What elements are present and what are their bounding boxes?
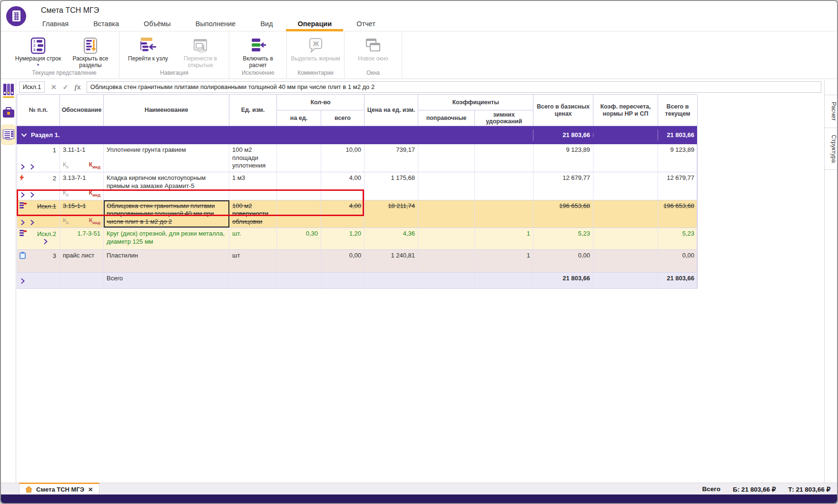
qty-unit-cell [277, 200, 321, 228]
menu-tab-glavnaya[interactable]: Главная [36, 17, 75, 31]
ribbon-group-caption: Исключение [233, 69, 283, 79]
bottom-status-bar [1, 494, 837, 503]
expand-chevron-icon[interactable] [21, 164, 25, 169]
col-header-qty-unit: на ед. [277, 110, 321, 126]
expand-chevron-icon[interactable] [30, 192, 34, 198]
kind-coefficient[interactable]: Кинд [89, 189, 100, 198]
table-row[interactable]: 3 прайс лист Пластилин шт 0,00 1 240,81 … [17, 250, 697, 273]
section-row[interactable]: Раздел 1. 21 803,66 21 803,66 [17, 126, 697, 144]
excluded-icon [20, 202, 27, 211]
menu-tab-obyomy[interactable]: Объёмы [137, 17, 177, 31]
expand-chevron-icon[interactable] [30, 164, 34, 169]
unit-cell: шт [229, 250, 277, 272]
coef-winter-cell [475, 172, 533, 200]
estimate-document-icon[interactable] [2, 125, 15, 144]
close-icon[interactable]: ✕ [88, 486, 93, 493]
excluded-row[interactable]: Искл.2 1.7-3-51 Круг (диск) отрезной, дл… [17, 228, 697, 250]
section-total-base: 21 803,66 [533, 129, 593, 141]
normative-base-icon[interactable] [2, 81, 15, 100]
include-in-calc-button[interactable]: Включить в расчет [233, 34, 283, 69]
col-header-unit: Ед. изм. [229, 95, 277, 126]
kind-coefficient[interactable]: Кинд [89, 217, 100, 226]
coef-corr-cell [418, 144, 475, 172]
qty-total-cell: 10,00 [321, 144, 365, 172]
kp-coefficient[interactable]: Кп [63, 217, 69, 226]
price-list-icon[interactable] [2, 103, 15, 122]
totals-row[interactable]: Всего 21 803,66 21 803,66 [17, 273, 697, 289]
row-number: Искл.1 [37, 203, 56, 211]
tab-struktura[interactable]: Структура [825, 128, 837, 170]
menu-tab-bar: Главная Вставка Объёмы Выполнение Вид Оп… [41, 17, 394, 31]
coef-corr-cell [418, 172, 475, 200]
expand-chevron-icon[interactable] [21, 278, 25, 284]
price-cell: 739,17 [365, 144, 418, 172]
goto-node-button[interactable]: Перейти к узлу [123, 34, 173, 69]
kp-coefficient[interactable]: Кп [63, 189, 69, 198]
expand-chevron-icon[interactable] [44, 239, 48, 244]
confirm-icon[interactable]: ✓ [63, 83, 69, 91]
move-to-open-button[interactable]: Перенести в открытые [176, 34, 225, 69]
chevron-down-icon [21, 133, 27, 137]
expand-chevron-icon[interactable] [21, 192, 25, 198]
app-window: Смета ТСН МГЭ Главная Вставка Объёмы Вып… [0, 0, 838, 504]
expand-sections-icon [81, 36, 99, 56]
menu-tab-vypolnenie[interactable]: Выполнение [189, 17, 242, 31]
justification-cell: 3.15-1-1 Кп Кинд [60, 200, 104, 228]
name-cell: Кладка кирпичом кислотоупорным прямым на… [104, 172, 229, 200]
totals-label: Всего [104, 273, 229, 288]
col-header-total-current: Всего в текущем [658, 95, 698, 126]
bold-comment-icon: Ж [306, 36, 325, 56]
total-base-cell: 9 123,89 [533, 144, 593, 172]
formula-bar: Искл.1 ✕ ✓ fx Облицовка стен гранитными … [16, 79, 825, 94]
status-base-total: Б: 21 803,66 ₽ [733, 485, 776, 493]
new-window-button[interactable]: Новое окно [348, 34, 398, 69]
formula-input[interactable]: Облицовка стен гранитными плитами полиро… [87, 81, 821, 93]
expand-all-sections-button[interactable]: Раскрыть все разделы [66, 34, 115, 69]
qty-unit-cell [277, 144, 321, 172]
menu-tab-vid[interactable]: Вид [254, 17, 279, 31]
row-numbering-icon: 1 2 3 [29, 36, 47, 56]
table-row[interactable]: 2 3.13-7-1 Кп Кинд Кладка кирпичом кисло… [17, 172, 697, 200]
total-base-cell: 5,23 [533, 228, 593, 249]
function-icon[interactable]: fx [74, 83, 80, 91]
totals-base-cell: 21 803,66 [533, 273, 593, 288]
row-number: 2 [53, 175, 56, 183]
dropdown-arrow-icon[interactable]: ▾ [37, 63, 39, 67]
table-row[interactable]: 1 3.11-1-1 Кп Кинд Уплотнение грунта гра… [17, 144, 697, 172]
expand-chevron-icon[interactable] [30, 220, 34, 225]
kp-coefficient[interactable]: Кп [63, 161, 69, 170]
col-header-price: Цена на ед. изм. [365, 95, 418, 126]
coef-corr-cell [418, 228, 475, 249]
row-number: 3 [53, 252, 56, 260]
left-panel-strip [1, 79, 16, 483]
coef-recalc-cell [593, 144, 658, 172]
kind-coefficient[interactable]: Кинд [89, 161, 100, 170]
unit-cell: 100 м2 поверхности облицовки [229, 200, 277, 228]
excluded-row-selected[interactable]: Искл.1 3.15-1-1 Кп Кинд Облицовка стен г… [17, 200, 697, 228]
expand-chevron-icon[interactable] [21, 220, 25, 225]
coef-winter-cell: 1 [475, 250, 533, 272]
cancel-icon[interactable]: ✕ [51, 83, 57, 91]
row-number: Искл.2 [37, 230, 56, 238]
tab-raschet[interactable]: Расчет [825, 95, 837, 128]
ribbon-group-caption: Комментарии [291, 69, 340, 79]
totals-current-cell: 21 803,66 [658, 273, 698, 288]
row-numbering-button[interactable]: 1 2 3 Нумерация строк ▾ [13, 34, 63, 69]
col-header-num: № п.п. [17, 95, 60, 126]
price-cell: 18 211,74 [365, 200, 418, 228]
bold-comment-button[interactable]: Ж Выделить жирным [291, 34, 340, 69]
menu-tab-otchet[interactable]: Отчет [350, 17, 382, 31]
document-tab-bar: Смета ТСН МГЭ ✕ Всего Б: 21 803,66 ₽ Т: … [1, 483, 837, 494]
menu-tab-vstavka[interactable]: Вставка [87, 17, 126, 31]
document-tab[interactable]: Смета ТСН МГЭ ✕ [19, 483, 99, 495]
menu-tab-operacii-active[interactable]: Операции [291, 17, 338, 31]
total-current-cell: 9 123,89 [658, 144, 698, 172]
cell-name-box[interactable]: Искл.1 [19, 81, 45, 93]
ribbon-group-navigation: Перейти к узлу Перенести в открытые [119, 32, 229, 79]
section-label: Раздел 1. [17, 129, 533, 141]
excluded-icon [20, 230, 27, 238]
coef-winter-cell [475, 200, 533, 228]
col-header-name: Наименование [104, 95, 229, 126]
price-cell: 1 175,68 [365, 172, 418, 200]
qty-total-cell: 0,00 [321, 250, 365, 272]
